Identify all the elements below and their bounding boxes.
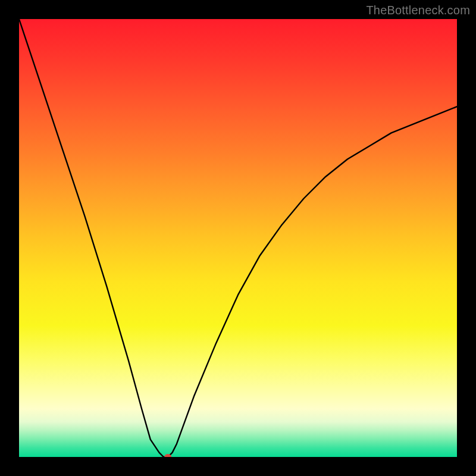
plot-area <box>19 19 457 457</box>
chart-frame: TheBottleneck.com <box>0 0 476 476</box>
watermark-text: TheBottleneck.com <box>366 4 470 17</box>
chart-svg <box>19 19 457 457</box>
bottleneck-curve <box>19 19 457 457</box>
